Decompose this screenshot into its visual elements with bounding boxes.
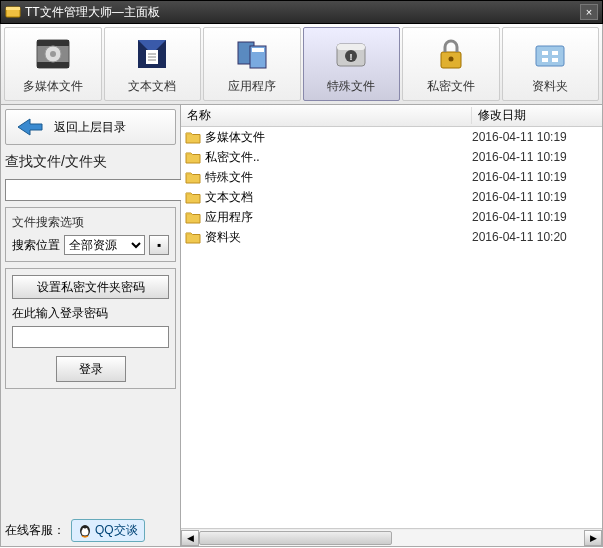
titlebar: TT文件管理大师—主面板 × (0, 0, 603, 24)
search-input[interactable] (5, 179, 182, 201)
toolbar-folder[interactable]: 资料夹 (502, 27, 600, 101)
scroll-thumb[interactable] (199, 531, 392, 545)
password-label: 在此输入登录密码 (12, 305, 169, 322)
location-bookmark-button[interactable]: ▪ (149, 235, 169, 255)
close-button[interactable]: × (580, 4, 598, 20)
column-name[interactable]: 名称 (181, 107, 472, 124)
folder-icon (185, 170, 201, 184)
back-label: 返回上层目录 (54, 119, 126, 136)
svg-rect-22 (552, 51, 558, 55)
file-list: 名称 修改日期 多媒体文件2016-04-11 10:19私密文件..2016-… (181, 105, 602, 546)
app-icon (5, 4, 21, 20)
set-password-button[interactable]: 设置私密文件夹密码 (12, 275, 169, 299)
media-icon (33, 34, 73, 74)
svg-point-26 (82, 528, 89, 535)
svg-rect-21 (542, 51, 548, 55)
location-select[interactable]: 全部资源 (64, 235, 145, 255)
sidebar: 返回上层目录 查找文件/文件夹 搜 文件搜索选项 搜索位置 全部资源 ▪ 设置私… (1, 105, 181, 546)
back-arrow-icon (12, 115, 48, 139)
folder-icon (185, 210, 201, 224)
toolbar: 多媒体文件 文本文档 应用程序 ! 特殊文件 私密文件 资料夹 (0, 24, 603, 105)
scroll-track[interactable] (199, 530, 584, 546)
toolbar-label: 多媒体文件 (23, 78, 83, 95)
row-name: 多媒体文件 (205, 129, 472, 146)
footer-label: 在线客服： (5, 522, 65, 539)
lock-icon (431, 34, 471, 74)
qq-label: QQ交谈 (95, 522, 138, 539)
star-icon: ▪ (157, 238, 161, 252)
window-title: TT文件管理大师—主面板 (25, 4, 580, 21)
svg-rect-20 (536, 46, 564, 66)
table-row[interactable]: 文本文档2016-04-11 10:19 (181, 187, 602, 207)
svg-rect-15 (337, 44, 365, 50)
row-date: 2016-04-11 10:20 (472, 230, 602, 244)
svg-rect-3 (37, 40, 69, 46)
toolbar-private[interactable]: 私密文件 (402, 27, 500, 101)
toolbar-app[interactable]: 应用程序 (203, 27, 301, 101)
column-date[interactable]: 修改日期 (472, 107, 602, 124)
svg-rect-13 (252, 48, 264, 52)
row-date: 2016-04-11 10:19 (472, 130, 602, 144)
svg-rect-1 (6, 7, 20, 10)
table-row[interactable]: 特殊文件2016-04-11 10:19 (181, 167, 602, 187)
row-date: 2016-04-11 10:19 (472, 170, 602, 184)
toolbar-media[interactable]: 多媒体文件 (4, 27, 102, 101)
svg-point-19 (448, 56, 453, 61)
svg-rect-4 (37, 62, 69, 68)
svg-text:!: ! (350, 52, 353, 62)
toolbar-label: 特殊文件 (327, 78, 375, 95)
footer: 在线客服： QQ交谈 (5, 519, 176, 542)
row-name: 私密文件.. (205, 149, 472, 166)
toolbar-label: 私密文件 (427, 78, 475, 95)
table-row[interactable]: 资料夹2016-04-11 10:20 (181, 227, 602, 247)
svg-rect-24 (552, 58, 558, 62)
toolbar-special[interactable]: ! 特殊文件 (303, 27, 401, 101)
row-name: 特殊文件 (205, 169, 472, 186)
svg-point-6 (50, 51, 56, 57)
folder-icon (185, 130, 201, 144)
folder-icon (185, 150, 201, 164)
row-date: 2016-04-11 10:19 (472, 210, 602, 224)
row-date: 2016-04-11 10:19 (472, 190, 602, 204)
toolbar-label: 资料夹 (532, 78, 568, 95)
toolbar-label: 文本文档 (128, 78, 176, 95)
table-row[interactable]: 多媒体文件2016-04-11 10:19 (181, 127, 602, 147)
horizontal-scrollbar: ◀ ▶ (181, 528, 602, 546)
scroll-left-button[interactable]: ◀ (181, 530, 199, 546)
row-name: 资料夹 (205, 229, 472, 246)
search-title: 查找文件/文件夹 (5, 151, 176, 173)
options-title: 文件搜索选项 (12, 214, 169, 231)
password-input[interactable] (12, 326, 169, 348)
location-label: 搜索位置 (12, 237, 60, 254)
table-row[interactable]: 应用程序2016-04-11 10:19 (181, 207, 602, 227)
folder-icon (185, 190, 201, 204)
row-name: 文本文档 (205, 189, 472, 206)
svg-point-27 (83, 528, 85, 530)
password-fieldset: 设置私密文件夹密码 在此输入登录密码 登录 (5, 268, 176, 389)
app-icon (232, 34, 272, 74)
toolbar-text[interactable]: 文本文档 (104, 27, 202, 101)
scroll-right-button[interactable]: ▶ (584, 530, 602, 546)
folder-icon (530, 34, 570, 74)
svg-rect-23 (542, 58, 548, 62)
table-row[interactable]: 私密文件..2016-04-11 10:19 (181, 147, 602, 167)
toolbar-label: 应用程序 (228, 78, 276, 95)
qq-chat-button[interactable]: QQ交谈 (71, 519, 145, 542)
list-header: 名称 修改日期 (181, 105, 602, 127)
row-name: 应用程序 (205, 209, 472, 226)
row-date: 2016-04-11 10:19 (472, 150, 602, 164)
special-icon: ! (331, 34, 371, 74)
back-button[interactable]: 返回上层目录 (5, 109, 176, 145)
qq-icon (78, 524, 92, 538)
list-body: 多媒体文件2016-04-11 10:19私密文件..2016-04-11 10… (181, 127, 602, 528)
folder-icon (185, 230, 201, 244)
main-area: 返回上层目录 查找文件/文件夹 搜 文件搜索选项 搜索位置 全部资源 ▪ 设置私… (0, 105, 603, 547)
login-button[interactable]: 登录 (56, 356, 126, 382)
svg-point-28 (86, 528, 88, 530)
text-icon (132, 34, 172, 74)
search-options-fieldset: 文件搜索选项 搜索位置 全部资源 ▪ (5, 207, 176, 262)
